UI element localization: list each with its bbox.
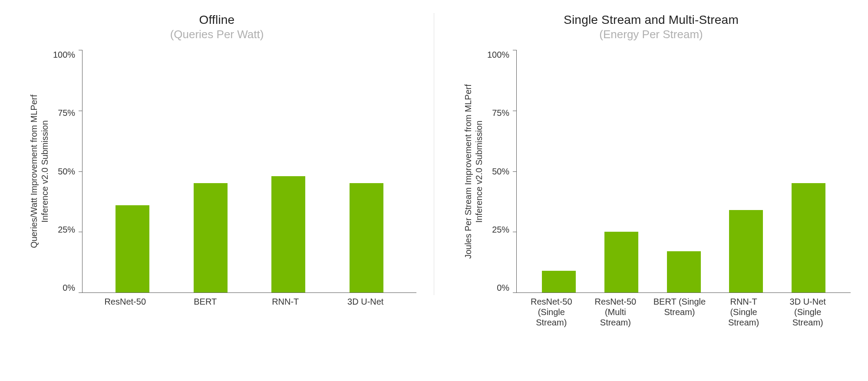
y-tick: 25% [492,225,509,235]
bar-slot [172,50,250,292]
x-tick-label: BERT (Single Stream) [647,296,712,328]
x-ticks: ResNet-50BERTRNN-T3D U-Net [74,296,416,307]
bar [350,183,383,292]
chart-subtitle: (Energy Per Stream) [599,28,703,41]
y-axis-ticks: 100% 75% 50% 25% 0% [53,50,79,293]
y-axis-ticks: 100% 75% 50% 25% 0% [487,50,513,293]
x-tick-label: RNN-T [245,296,326,307]
bar-slot [590,50,653,292]
bar-slot [653,50,715,292]
chart-title: Single Stream and Multi-Stream [564,13,739,27]
bar [729,210,763,292]
x-ticks-row: ResNet-50 (Single Stream)ResNet-50 (Mult… [443,293,859,328]
bar-slot [715,50,777,292]
x-tick-label: 3D U-Net [326,296,406,307]
chart-area: Joules Per Stream Improvement from MLPer… [443,50,859,293]
y-axis-label: Queries/Watt Improvement from MLPerf Inf… [26,95,53,248]
tick-marks [79,50,82,293]
plot-region [516,50,851,293]
plot-region [82,50,416,293]
x-tick-label: 3D U-Net (Single Stream) [776,296,840,328]
x-ticks-row: ResNet-50BERTRNN-T3D U-Net [9,293,425,307]
bar-slot [528,50,590,292]
x-tick-label: ResNet-50 (Single Stream) [519,296,584,328]
bar [194,183,228,292]
y-tick: 50% [58,167,75,177]
x-tick-label: BERT [165,296,245,307]
x-ticks: ResNet-50 (Single Stream)ResNet-50 (Mult… [508,296,851,328]
x-tick-label: RNN-T (Single Stream) [712,296,776,328]
y-tick: 25% [58,225,75,235]
tick-marks [513,50,516,293]
y-tick: 0% [497,283,509,293]
bar-slot [93,50,172,292]
y-axis-label: Joules Per Stream Improvement from MLPer… [460,84,487,259]
y-tick: 0% [63,283,75,293]
chart-panel-stream: Single Stream and Multi-Stream (Energy P… [434,9,868,381]
chart-subtitle: (Queries Per Watt) [170,28,264,41]
bar [271,176,305,292]
y-tick: 75% [58,108,75,118]
y-tick: 50% [492,167,509,177]
bar [667,251,701,292]
y-tick: 75% [492,108,509,118]
bar [116,205,149,292]
charts-container: Offline (Queries Per Watt) Queries/Watt … [0,9,868,381]
chart-area: Queries/Watt Improvement from MLPerf Inf… [9,50,425,293]
x-tick-label: ResNet-50 (Multi Stream) [584,296,648,328]
bar [792,183,825,292]
chart-title: Offline [199,13,235,27]
bar-slot [327,50,406,292]
bar-slot [777,50,840,292]
bar-slot [250,50,328,292]
chart-panel-offline: Offline (Queries Per Watt) Queries/Watt … [0,9,434,381]
y-tick: 100% [487,50,509,60]
x-tick-label: ResNet-50 [85,296,165,307]
bar [542,271,576,292]
bar [604,232,638,292]
y-tick: 100% [53,50,75,60]
